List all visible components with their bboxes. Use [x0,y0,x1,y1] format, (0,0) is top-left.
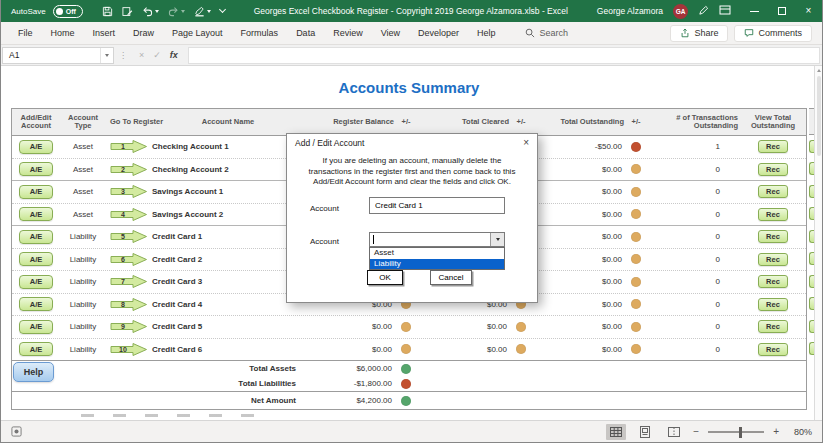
add-edit-button[interactable]: A/E [19,275,53,289]
confirm-entry-icon[interactable]: ✓ [153,50,161,60]
go-to-register-arrow[interactable]: 4 [106,207,150,222]
rec-button[interactable]: Rec [758,140,788,153]
help-button[interactable]: Help [13,362,54,382]
account-name-label: Account [310,204,339,213]
minimize-button[interactable] [741,0,768,22]
add-edit-button[interactable]: A/E [19,207,53,221]
add-edit-button[interactable]: A/E [19,252,53,266]
header-add-edit: Add/Edit Account [12,109,60,135]
macro-record-icon[interactable] [11,423,22,441]
scrollbar-thumb[interactable] [817,76,821,156]
close-button[interactable]: × [795,0,822,22]
go-to-register-arrow[interactable]: 3 [106,184,150,199]
rec-button[interactable]: Rec [758,253,788,266]
zoom-slider-thumb[interactable] [739,427,743,438]
rec-button[interactable]: Rec [758,320,788,333]
total-row: Net Amount$4,200.00 [12,392,806,409]
rec-button[interactable]: Rec [758,208,788,221]
add-edit-button[interactable]: A/E [19,185,53,199]
ribbon-display-options-icon[interactable] [719,2,731,20]
header-total-outstanding: Total Outstanding [531,109,626,135]
cancel-button[interactable]: Cancel [430,270,472,285]
add-edit-button[interactable]: A/E [19,342,53,356]
go-to-register-arrow[interactable]: 7 [106,274,150,289]
add-edit-button[interactable]: A/E [19,230,53,244]
tab-view[interactable]: View [372,28,409,38]
comments-button[interactable]: Comments [734,25,812,42]
zoom-level[interactable]: 80% [788,427,812,437]
tab-page-layout[interactable]: Page Layout [163,28,232,38]
tab-formulas[interactable]: Formulas [232,28,288,38]
zoom-out-button[interactable]: − [693,427,699,437]
account-type-combobox[interactable] [369,232,505,247]
rec-button[interactable]: Rec [758,298,788,311]
save-as-icon[interactable] [122,6,133,17]
normal-view-icon[interactable] [606,424,626,440]
cancel-entry-icon[interactable]: × [139,50,144,60]
add-edit-button[interactable]: A/E [19,162,53,176]
rec-button[interactable]: Rec [758,230,788,243]
dropdown-option-asset[interactable]: Asset [370,248,504,259]
text-cursor [373,235,374,244]
undo-icon[interactable] [142,6,159,17]
customize-qat-chevron-icon[interactable] [220,10,225,12]
zoom-slider[interactable] [708,431,764,433]
insert-function-icon[interactable]: fx [170,50,178,60]
account-name-field[interactable] [369,197,505,214]
go-to-register-arrow[interactable]: 5 [106,229,150,244]
add-edit-button[interactable]: A/E [19,140,53,154]
tab-help[interactable]: Help [468,28,505,38]
tab-data[interactable]: Data [287,28,324,38]
ink-highlighter-icon[interactable] [194,6,211,17]
header-view-total-outstanding: View Total Outstanding [740,109,806,135]
save-icon[interactable] [102,6,113,17]
go-to-register-arrow[interactable]: 2 [106,162,150,177]
maximize-button[interactable] [768,0,795,22]
tab-file[interactable]: File [9,28,42,38]
total-outstanding-status-dot [631,254,641,264]
zoom-in-button[interactable]: + [773,427,779,437]
user-name[interactable]: George Alzamora [597,6,663,16]
go-to-register-arrow[interactable]: 6 [106,252,150,267]
formula-input[interactable] [188,47,820,64]
ok-button[interactable]: OK [367,270,403,285]
go-to-register-arrow[interactable]: 8 [106,297,150,312]
tab-review[interactable]: Review [324,28,372,38]
scroll-up-icon[interactable] [817,69,821,72]
total-outstanding-status-dot [631,344,641,354]
page-break-preview-icon[interactable] [664,424,684,440]
rec-button[interactable]: Rec [758,343,788,356]
rec-button[interactable]: Rec [758,163,788,176]
vertical-scrollbar[interactable] [814,66,822,420]
name-box[interactable]: A1 [2,47,114,64]
rec-button[interactable]: Rec [758,185,788,198]
redo-icon[interactable] [168,6,185,17]
autosave-toggle[interactable]: Off [53,5,83,18]
page-layout-view-icon[interactable] [635,424,655,440]
tab-draw[interactable]: Draw [124,28,163,38]
title-bar: AutoSave Off [1,0,822,22]
transactions-outstanding-cell: 0 [646,187,740,196]
search-box[interactable]: Search [525,28,569,38]
dialog-close-icon[interactable]: × [523,138,529,148]
tab-home[interactable]: Home [42,28,84,38]
tab-insert[interactable]: Insert [84,28,125,38]
name-box-dropdown-icon[interactable] [100,48,113,63]
go-to-register-arrow[interactable]: 9 [106,319,150,334]
formula-bar-separator: ⋮ [114,51,131,60]
total-outstanding-cell: $0.00 [531,322,626,331]
avatar[interactable]: GA [673,4,688,19]
pen-icon[interactable] [698,2,709,20]
share-button[interactable]: Share [670,25,728,42]
go-to-register-arrow[interactable]: 10 [106,342,150,357]
header-plus-minus: +/- [626,109,646,135]
add-edit-button[interactable]: A/E [19,320,53,334]
add-edit-button[interactable]: A/E [19,297,53,311]
share-label: Share [694,28,718,38]
svg-text:4: 4 [121,211,125,218]
rec-button[interactable]: Rec [758,275,788,288]
tab-developer[interactable]: Developer [409,28,468,38]
dropdown-option-liability[interactable]: Liability [370,259,504,270]
go-to-register-arrow[interactable]: 1 [106,139,150,154]
combobox-dropdown-icon[interactable] [490,233,504,246]
